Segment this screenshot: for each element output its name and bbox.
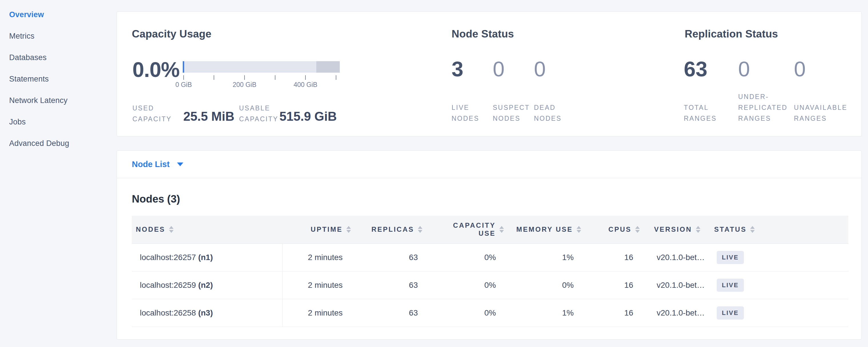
- node-name: (n3): [198, 308, 213, 317]
- table-row: localhost:26258 (n3) 2 minutes 63 0% 1% …: [132, 299, 848, 327]
- unavailable-label: UNAVAILABLE RANGES: [794, 102, 847, 124]
- view-selector-label: Node List: [132, 160, 169, 169]
- axis-label-0gib: 0 GiB: [175, 81, 192, 89]
- used-capacity-label: USED CAPACITY: [132, 103, 183, 124]
- node-address-cell: localhost:26259 (n2): [132, 271, 282, 299]
- unavailable-ranges-stat: 0 UNAVAILABLE RANGES: [794, 59, 847, 124]
- table-header-row: NODES UPTIME REPLICAS CAPACITY USE MEMOR…: [132, 216, 848, 244]
- memory-use-cell: 1%: [508, 299, 585, 327]
- status-cell: LIVE: [710, 299, 848, 327]
- sort-icon: [169, 226, 174, 233]
- table-row: localhost:26257 (n1) 2 minutes 63 0% 1% …: [132, 244, 848, 271]
- node-address: localhost:26259: [140, 281, 196, 289]
- live-nodes-label: LIVE NODES: [452, 102, 493, 124]
- column-header-replicas[interactable]: REPLICAS: [355, 216, 427, 244]
- sort-icon: [346, 226, 351, 233]
- column-header-capacity-use[interactable]: CAPACITY USE: [427, 216, 508, 244]
- unavailable-count: 0: [794, 59, 847, 80]
- capacity-use-cell: 0%: [427, 299, 508, 327]
- capacity-bar-used-segment: [183, 61, 184, 73]
- sidebar-item-network-latency[interactable]: Network Latency: [9, 90, 117, 111]
- cpus-cell: 16: [585, 299, 644, 327]
- node-link[interactable]: localhost:26258 (n3): [140, 308, 213, 317]
- under-replicated-count: 0: [738, 59, 794, 80]
- cpus-cell: 16: [585, 271, 644, 299]
- capacity-bar-nonusable-segment: [316, 61, 340, 73]
- axis-label-400gib: 400 GiB: [293, 81, 317, 89]
- under-replicated-label: UNDER- REPLICATED RANGES: [738, 91, 794, 124]
- sidebar-item-advanced-debug[interactable]: Advanced Debug: [9, 133, 117, 154]
- status-badge: LIVE: [717, 306, 744, 319]
- memory-use-cell: 0%: [508, 271, 585, 299]
- total-ranges-label: TOTAL RANGES: [684, 102, 738, 124]
- node-name: (n2): [198, 281, 213, 289]
- column-header-version[interactable]: VERSION: [644, 216, 710, 244]
- memory-use-cell: 1%: [508, 244, 585, 271]
- node-link[interactable]: localhost:26259 (n2): [140, 281, 213, 289]
- status-badge: LIVE: [717, 279, 744, 292]
- axis-label-200gib: 200 GiB: [232, 81, 256, 89]
- suspect-nodes-stat: 0 SUSPECT NODES: [493, 59, 534, 124]
- axis-tick: [214, 75, 214, 80]
- replicas-cell: 63: [355, 271, 427, 299]
- status-header-label: STATUS: [714, 225, 746, 233]
- capacity-use-cell: 0%: [427, 244, 508, 271]
- uptime-cell: 2 minutes: [282, 244, 355, 271]
- chevron-down-icon: [177, 162, 183, 166]
- total-ranges-stat: 63 TOTAL RANGES: [684, 59, 738, 124]
- dead-nodes-count: 0: [534, 59, 562, 80]
- node-list-card: Node List Nodes (3) NODES UPTIME REPLICA…: [117, 151, 862, 340]
- axis-tick: [244, 75, 245, 80]
- sort-icon: [635, 226, 640, 233]
- view-selector-dropdown[interactable]: Node List: [117, 151, 861, 178]
- sidebar-item-databases[interactable]: Databases: [9, 47, 117, 68]
- total-ranges-count: 63: [684, 59, 738, 80]
- uptime-cell: 2 minutes: [282, 271, 355, 299]
- axis-tick: [336, 75, 336, 80]
- nodes-table: NODES UPTIME REPLICAS CAPACITY USE MEMOR…: [132, 216, 848, 327]
- column-header-status[interactable]: STATUS: [710, 216, 848, 244]
- memory-use-header-label: MEMORY USE: [516, 225, 573, 233]
- sort-icon: [577, 226, 581, 233]
- sort-icon: [499, 226, 504, 233]
- sidebar-item-statements[interactable]: Statements: [9, 68, 117, 90]
- uptime-header-label: UPTIME: [311, 225, 343, 233]
- axis-tick: [183, 75, 184, 80]
- node-name: (n1): [198, 253, 213, 262]
- node-address-cell: localhost:26258 (n3): [132, 299, 282, 327]
- capacity-use-cell: 0%: [427, 271, 508, 299]
- dead-nodes-label: DEAD NODES: [534, 102, 562, 124]
- uptime-cell: 2 minutes: [282, 299, 355, 327]
- version-cell: v20.1.0-bet…: [644, 244, 710, 271]
- node-address-cell: localhost:26257 (n1): [132, 244, 282, 271]
- axis-tick: [305, 75, 306, 80]
- replicas-cell: 63: [355, 244, 427, 271]
- nodes-count-heading: Nodes (3): [132, 193, 180, 205]
- capacity-used-percent: 0.0%: [132, 59, 180, 81]
- node-status-title: Node Status: [452, 28, 514, 40]
- sidebar-item-overview[interactable]: Overview: [9, 4, 117, 26]
- sidebar-item-metrics[interactable]: Metrics: [9, 26, 117, 47]
- column-header-nodes[interactable]: NODES: [132, 216, 282, 244]
- nodes-header-label: NODES: [136, 225, 165, 233]
- table-row: localhost:26259 (n2) 2 minutes 63 0% 0% …: [132, 271, 848, 299]
- node-link[interactable]: localhost:26257 (n1): [140, 253, 213, 262]
- live-nodes-count: 3: [452, 59, 493, 80]
- replication-stats: 63 TOTAL RANGES 0 UNDER- REPLICATED RANG…: [684, 59, 847, 124]
- axis-tick: [275, 75, 275, 80]
- usable-capacity-value: 515.9 GiB: [279, 110, 337, 123]
- column-header-uptime[interactable]: UPTIME: [282, 216, 355, 244]
- status-cell: LIVE: [710, 244, 848, 271]
- usable-capacity-label: USABLE CAPACITY: [239, 103, 279, 124]
- column-header-memory-use[interactable]: MEMORY USE: [508, 216, 585, 244]
- sidebar-item-jobs[interactable]: Jobs: [9, 111, 117, 133]
- column-header-cpus[interactable]: CPUS: [585, 216, 644, 244]
- used-capacity-value: 25.5 MiB: [183, 110, 239, 123]
- dead-nodes-stat: 0 DEAD NODES: [534, 59, 562, 124]
- sort-icon: [418, 226, 423, 233]
- node-address: localhost:26257: [140, 253, 196, 262]
- live-nodes-stat: 3 LIVE NODES: [452, 59, 493, 124]
- version-cell: v20.1.0-bet…: [644, 271, 710, 299]
- status-cell: LIVE: [710, 271, 848, 299]
- sidebar: Overview Metrics Databases Statements Ne…: [0, 0, 117, 347]
